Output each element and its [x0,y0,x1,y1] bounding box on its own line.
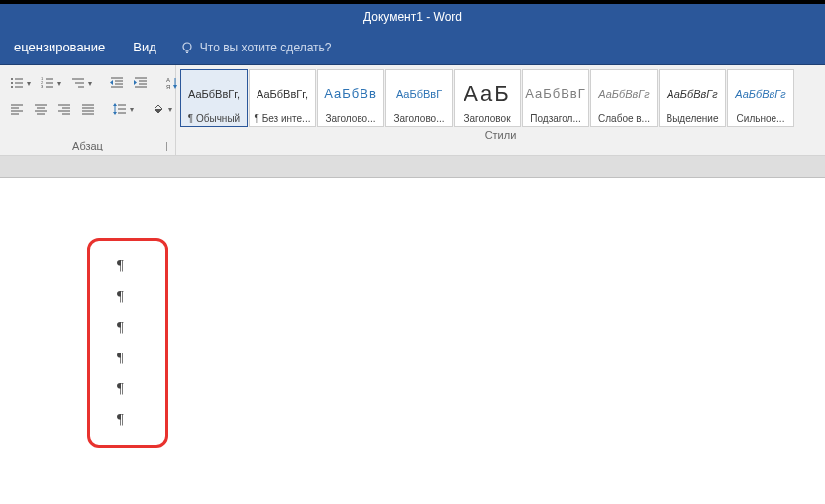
chevron-down-icon: ▾ [168,105,172,114]
ribbon: ▾ 123 ▾ ▾ [0,65,825,156]
style-item-0[interactable]: АаБбВвГг,¶ Обычный [180,69,248,127]
style-name: Выделение [662,113,723,124]
style-preview: АаБ [464,74,511,113]
style-name: Слабое в... [593,113,655,124]
style-preview: АаБбВвГг [598,74,649,113]
justify-button[interactable] [77,99,99,119]
justify-icon [81,102,95,116]
bullets-button[interactable]: ▾ [6,73,35,93]
paragraph-mark: ¶ [117,380,124,397]
style-item-8[interactable]: АаБбВвГгСильное... [727,69,794,127]
ruler[interactable] [0,156,825,178]
multilevel-list-icon [71,76,85,90]
bullets-icon [10,76,24,90]
bulb-icon [180,41,194,54]
decrease-indent-button[interactable] [106,73,128,93]
svg-point-5 [11,82,13,84]
chevron-down-icon: ▾ [88,79,92,88]
svg-text:Я: Я [166,84,170,90]
style-preview: АаБбВвГг [735,74,785,113]
style-name: ¶ Обычный [183,113,245,124]
paragraph-mark: ¶ [117,350,124,366]
paragraph-group: ▾ 123 ▾ ▾ [0,65,176,155]
align-right-button[interactable] [53,99,75,119]
tab-view[interactable]: Вид [119,30,170,65]
style-item-4[interactable]: АаБЗаголовок [454,69,521,127]
annotation-highlight-box [87,238,168,448]
style-name: ¶ Без инте... [252,113,313,124]
svg-text:3: 3 [41,84,44,89]
style-preview: АаБбВв [324,74,377,113]
increase-indent-button[interactable] [130,73,152,93]
numbering-button[interactable]: 123 ▾ [37,73,65,93]
tell-me-search[interactable]: Что вы хотите сделать? [180,41,332,54]
paragraph-mark: ¶ [117,288,124,305]
numbering-icon: 123 [41,76,54,90]
style-item-6[interactable]: АаБбВвГгСлабое в... [590,69,658,127]
paragraph-mark: ¶ [117,411,124,428]
document-page[interactable]: ¶¶¶¶¶¶ [0,178,825,504]
style-preview: АаБбВвГ [396,74,442,113]
align-left-button[interactable] [6,99,28,119]
multilevel-list-button[interactable]: ▾ [67,73,96,93]
style-name: Заголово... [388,113,450,124]
align-center-button[interactable] [30,99,52,119]
svg-point-0 [183,43,191,50]
style-name: Сильное... [730,113,791,124]
line-spacing-button[interactable]: ▾ [109,99,138,119]
svg-point-3 [11,78,13,80]
titlebar: Документ1 - Word [0,4,825,30]
shading-button[interactable]: ▾ [148,99,176,119]
ribbon-tabs: ецензирование Вид Что вы хотите сделать? [0,30,825,65]
paragraph-marks-column: ¶¶¶¶¶¶ [117,257,124,428]
paragraph-mark: ¶ [117,319,124,336]
style-item-2[interactable]: АаБбВвЗаголово... [317,69,384,127]
shading-icon [152,102,165,116]
decrease-indent-icon [110,76,124,90]
styles-group: АаБбВвГг,¶ ОбычныйАаБбВвГг,¶ Без инте...… [176,65,825,155]
style-name: Заголовок [457,113,518,124]
style-item-3[interactable]: АаБбВвГЗаголово... [385,69,453,127]
document-title: Документ1 - Word [363,10,462,24]
tab-review[interactable]: ецензирование [0,30,119,65]
align-left-icon [10,102,24,116]
paragraph-group-label: Абзац [6,138,169,155]
style-name: Подзагол... [525,113,586,124]
style-item-1[interactable]: АаБбВвГг,¶ Без инте... [249,69,316,127]
paragraph-mark: ¶ [117,257,124,274]
style-item-5[interactable]: АаБбВвГПодзагол... [522,69,589,127]
styles-group-label: Стили [180,127,821,145]
style-preview: АаБбВвГ [525,74,586,113]
chevron-down-icon: ▾ [27,79,31,88]
svg-marker-22 [110,80,113,85]
line-spacing-icon [113,102,127,116]
svg-marker-27 [134,80,137,85]
svg-point-7 [11,86,13,88]
style-preview: АаБбВвГг [667,74,717,113]
chevron-down-icon: ▾ [130,105,134,114]
style-name: Заголово... [320,113,381,124]
align-right-icon [57,102,71,116]
align-center-icon [34,102,48,116]
paragraph-dialog-launcher[interactable] [157,142,167,151]
style-preview: АаБбВвГг, [257,74,308,113]
svg-text:A: A [166,77,170,83]
chevron-down-icon: ▾ [57,79,61,88]
style-item-7[interactable]: АаБбВвГгВыделение [659,69,726,127]
style-preview: АаБбВвГг, [188,74,240,113]
increase-indent-icon [134,76,148,90]
styles-gallery: АаБбВвГг,¶ ОбычныйАаБбВвГг,¶ Без инте...… [180,69,821,127]
